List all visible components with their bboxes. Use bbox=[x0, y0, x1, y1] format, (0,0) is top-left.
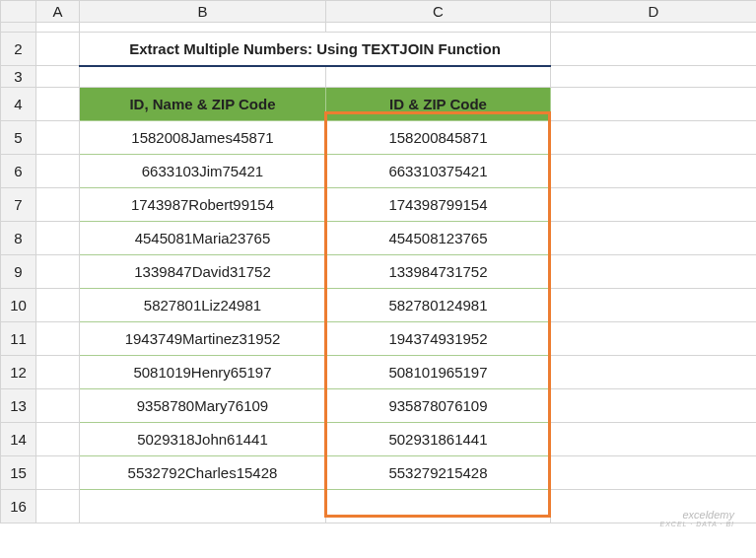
spreadsheet-grid[interactable]: A B C D 2 Extract Multiple Numbers: Usin… bbox=[0, 0, 756, 523]
cell[interactable] bbox=[551, 356, 757, 389]
cell[interactable] bbox=[36, 255, 80, 289]
cell[interactable] bbox=[551, 322, 757, 356]
row-header-14[interactable]: 14 bbox=[1, 423, 36, 456]
cell[interactable] bbox=[36, 222, 80, 255]
row-header-9[interactable]: 9 bbox=[1, 255, 36, 289]
cell[interactable] bbox=[36, 88, 80, 121]
cell-b7[interactable]: 1743987Robert99154 bbox=[80, 188, 326, 222]
table-header-c[interactable]: ID & ZIP Code bbox=[326, 88, 551, 121]
cell[interactable] bbox=[551, 23, 757, 33]
row-header-3[interactable]: 3 bbox=[1, 66, 36, 88]
row-header-8[interactable]: 8 bbox=[1, 222, 36, 255]
row-header-13[interactable]: 13 bbox=[1, 389, 36, 423]
cell-b10[interactable]: 5827801Liz24981 bbox=[80, 289, 326, 322]
cell[interactable] bbox=[551, 33, 757, 66]
row-header-6[interactable]: 6 bbox=[1, 155, 36, 188]
row-header-16[interactable]: 16 bbox=[1, 490, 36, 523]
title-cell[interactable]: Extract Multiple Numbers: Using TEXTJOIN… bbox=[80, 33, 551, 66]
cell[interactable] bbox=[551, 255, 757, 289]
cell-b5[interactable]: 1582008James45871 bbox=[80, 121, 326, 155]
cell-c5[interactable]: 158200845871 bbox=[326, 121, 551, 155]
select-all-corner[interactable] bbox=[1, 1, 36, 23]
cell-b13[interactable]: 9358780Mary76109 bbox=[80, 389, 326, 423]
cell-c6[interactable]: 663310375421 bbox=[326, 155, 551, 188]
cell-b6[interactable]: 6633103Jim75421 bbox=[80, 155, 326, 188]
cell[interactable] bbox=[551, 289, 757, 322]
cell[interactable] bbox=[36, 33, 80, 66]
cell-c9[interactable]: 133984731752 bbox=[326, 255, 551, 289]
watermark-main: exceldemy bbox=[660, 509, 734, 521]
cell[interactable] bbox=[36, 289, 80, 322]
cell[interactable] bbox=[36, 490, 80, 523]
cell[interactable] bbox=[326, 23, 551, 33]
row-header-15[interactable]: 15 bbox=[1, 456, 36, 490]
cell-c15[interactable]: 553279215428 bbox=[326, 456, 551, 490]
cell-c7[interactable]: 174398799154 bbox=[326, 188, 551, 222]
cell-b12[interactable]: 5081019Henry65197 bbox=[80, 356, 326, 389]
col-header-b[interactable]: B bbox=[80, 1, 326, 23]
cell[interactable] bbox=[551, 389, 757, 423]
cell-c14[interactable]: 502931861441 bbox=[326, 423, 551, 456]
cell-c10[interactable]: 582780124981 bbox=[326, 289, 551, 322]
col-header-a[interactable]: A bbox=[36, 1, 80, 23]
cell-c12[interactable]: 508101965197 bbox=[326, 356, 551, 389]
cell[interactable] bbox=[551, 423, 757, 456]
cell[interactable] bbox=[551, 222, 757, 255]
watermark-sub: EXCEL · DATA · BI bbox=[660, 521, 734, 528]
cell[interactable] bbox=[80, 490, 326, 523]
row-header-4[interactable]: 4 bbox=[1, 88, 36, 121]
cell[interactable] bbox=[326, 490, 551, 523]
cell-b11[interactable]: 1943749Martinez31952 bbox=[80, 322, 326, 356]
cell[interactable] bbox=[36, 456, 80, 490]
cell[interactable] bbox=[551, 88, 757, 121]
cell[interactable] bbox=[36, 121, 80, 155]
cell[interactable] bbox=[551, 188, 757, 222]
row-header-10[interactable]: 10 bbox=[1, 289, 36, 322]
cell[interactable] bbox=[36, 188, 80, 222]
cell-c13[interactable]: 935878076109 bbox=[326, 389, 551, 423]
cell-b8[interactable]: 4545081Maria23765 bbox=[80, 222, 326, 255]
cell-b15[interactable]: 5532792Charles15428 bbox=[80, 456, 326, 490]
row-header[interactable] bbox=[1, 23, 36, 33]
row-header-11[interactable]: 11 bbox=[1, 322, 36, 356]
col-header-d[interactable]: D bbox=[551, 1, 757, 23]
cell-b14[interactable]: 5029318John61441 bbox=[80, 423, 326, 456]
cell[interactable] bbox=[551, 456, 757, 490]
cell[interactable] bbox=[36, 389, 80, 423]
table-header-b[interactable]: ID, Name & ZIP Code bbox=[80, 88, 326, 121]
row-header-12[interactable]: 12 bbox=[1, 356, 36, 389]
row-header-2[interactable]: 2 bbox=[1, 33, 36, 66]
cell-c8[interactable]: 454508123765 bbox=[326, 222, 551, 255]
cell[interactable] bbox=[36, 23, 80, 33]
col-header-c[interactable]: C bbox=[326, 1, 551, 23]
cell[interactable] bbox=[36, 356, 80, 389]
cell[interactable] bbox=[326, 66, 551, 88]
cell[interactable] bbox=[36, 155, 80, 188]
cell-c11[interactable]: 194374931952 bbox=[326, 322, 551, 356]
cell[interactable] bbox=[551, 155, 757, 188]
cell[interactable] bbox=[36, 423, 80, 456]
cell-b9[interactable]: 1339847David31752 bbox=[80, 255, 326, 289]
cell[interactable] bbox=[36, 66, 80, 88]
watermark: exceldemy EXCEL · DATA · BI bbox=[660, 509, 734, 528]
row-header-7[interactable]: 7 bbox=[1, 188, 36, 222]
row-header-5[interactable]: 5 bbox=[1, 121, 36, 155]
cell[interactable] bbox=[551, 66, 757, 88]
cell[interactable] bbox=[36, 322, 80, 356]
cell[interactable] bbox=[80, 23, 326, 33]
cell[interactable] bbox=[80, 66, 326, 88]
cell[interactable] bbox=[551, 121, 757, 155]
